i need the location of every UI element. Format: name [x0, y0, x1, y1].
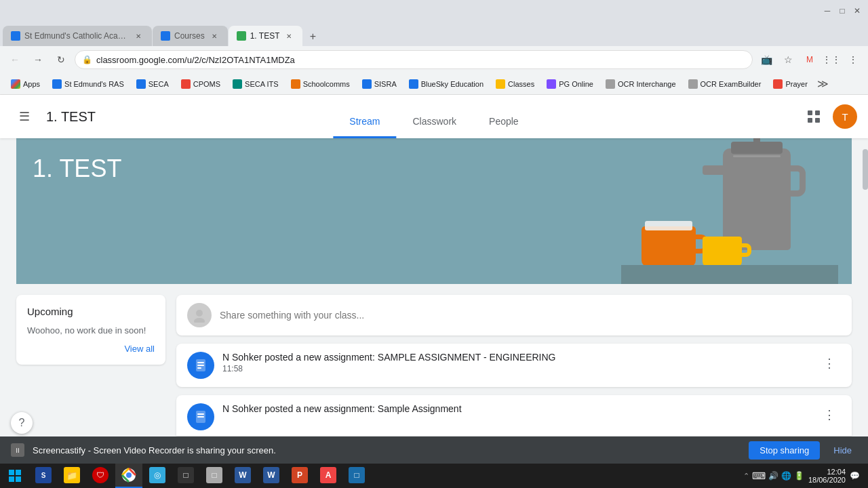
- bookmark-bluesky[interactable]: BlueSky Education: [403, 78, 489, 90]
- taskbar-app2[interactable]: □: [172, 464, 199, 488]
- forward-button[interactable]: →: [28, 50, 47, 69]
- bookmark-prayer[interactable]: Prayer: [768, 78, 812, 90]
- post-time-1: 11:58: [222, 364, 810, 373]
- taskbar-system-tray[interactable]: ⌃: [743, 472, 749, 481]
- post-card-1: N Sohker posted a new assignment: SAMPLE…: [176, 344, 852, 387]
- assignment-icon: [193, 358, 208, 373]
- stop-sharing-button[interactable]: Stop sharing: [749, 441, 820, 460]
- assignment-icon-2: [193, 409, 208, 424]
- kettle-spout: [703, 165, 724, 175]
- taskbar-clock-time: 12:04: [808, 468, 846, 476]
- bookmark-star-icon[interactable]: ☆: [778, 50, 797, 69]
- bookmark-ras-label: St Edmund's RAS: [64, 80, 124, 88]
- taskbar-security[interactable]: 🛡: [87, 464, 114, 488]
- taskbar-sims[interactable]: S: [30, 464, 57, 488]
- bookmark-cpoms-favicon: [181, 79, 191, 89]
- svg-rect-3: [815, 118, 820, 123]
- taskbar-app4[interactable]: □: [343, 464, 370, 488]
- title-bar-controls: ─ □ ✕: [822, 5, 863, 16]
- bookmark-secaits-favicon: [233, 79, 242, 89]
- gmail-icon[interactable]: M: [800, 50, 819, 69]
- bookmark-ras[interactable]: St Edmund's RAS: [47, 78, 130, 90]
- view-all-link[interactable]: View all: [27, 344, 155, 354]
- tab-stream[interactable]: Stream: [333, 106, 396, 138]
- taskbar-app3[interactable]: □: [201, 464, 228, 488]
- bookmark-schoolcomms-label: Schoolcomms: [303, 80, 350, 88]
- cast-icon[interactable]: 📺: [757, 50, 776, 69]
- bookmark-schoolcomms[interactable]: Schoolcomms: [285, 78, 355, 90]
- banner-illustration: [635, 148, 825, 284]
- tab-2[interactable]: Courses ✕: [153, 26, 228, 46]
- app2-icon: □: [178, 467, 194, 483]
- avatar[interactable]: T: [833, 104, 857, 129]
- bookmark-ocr-favicon: [606, 79, 615, 89]
- share-input[interactable]: [220, 310, 841, 321]
- bookmark-pgonline[interactable]: PG Online: [541, 78, 599, 90]
- share-avatar: [187, 303, 212, 327]
- hide-button[interactable]: Hide: [828, 441, 857, 460]
- tab-people[interactable]: People: [473, 106, 535, 138]
- tab-people-label: People: [489, 116, 519, 127]
- more-icon[interactable]: ⋮: [844, 50, 863, 69]
- scrollbar-thumb[interactable]: [863, 149, 868, 190]
- bookmark-cpoms[interactable]: CPOMS: [176, 78, 226, 90]
- bookmark-sisra[interactable]: SISRA: [357, 78, 402, 90]
- post-more-button-1[interactable]: ⋮: [818, 352, 841, 375]
- upcoming-title: Upcoming: [27, 306, 155, 317]
- google-apps-button[interactable]: [800, 103, 827, 130]
- taskbar-pdf[interactable]: A: [315, 464, 342, 488]
- taskbar-network-icon[interactable]: 🌐: [781, 471, 791, 481]
- new-tab-button[interactable]: +: [303, 27, 322, 46]
- bookmark-ocr[interactable]: OCR Interchange: [600, 78, 682, 90]
- taskbar-file-explorer[interactable]: 📁: [58, 464, 85, 488]
- taskbar-powerpoint[interactable]: P: [286, 464, 313, 488]
- bookmark-secaits[interactable]: SECA ITS: [227, 78, 284, 90]
- bookmark-seca-favicon: [136, 79, 146, 89]
- refresh-button[interactable]: ↻: [52, 50, 71, 69]
- tab-1-label: St Edmund's Catholic Academy ...: [24, 31, 129, 41]
- kettle-knob: [753, 138, 760, 143]
- scrollbar[interactable]: [863, 122, 868, 464]
- svg-rect-8: [197, 365, 204, 366]
- taskbar-app1[interactable]: ◎: [144, 464, 171, 488]
- bookmark-classes[interactable]: Classes: [490, 78, 540, 90]
- bookmark-bluesky-favicon: [409, 79, 418, 89]
- bookmarks-more-icon[interactable]: ≫: [814, 76, 831, 92]
- taskbar-chrome[interactable]: [115, 464, 142, 488]
- taskbar-clock[interactable]: 12:04 18/06/2020: [808, 468, 846, 484]
- tab-3[interactable]: 1. TEST ✕: [229, 26, 303, 46]
- svg-rect-15: [9, 476, 14, 482]
- help-button[interactable]: ?: [11, 412, 33, 434]
- taskbar-sound-icon[interactable]: 🔊: [768, 471, 778, 481]
- apps-icon[interactable]: ⋮⋮: [822, 50, 841, 69]
- bookmark-sisra-favicon: [362, 79, 372, 89]
- tab-1-close[interactable]: ✕: [133, 30, 144, 41]
- bookmark-secaits-label: SECA ITS: [245, 80, 279, 88]
- tab-1[interactable]: St Edmund's Catholic Academy ... ✕: [3, 26, 152, 46]
- back-button[interactable]: ←: [5, 50, 24, 69]
- taskbar-system-icons: ⌃ ⌨ 🔊 🌐 🔋: [743, 470, 804, 481]
- hamburger-menu-button[interactable]: ☰: [11, 103, 38, 130]
- tab-3-close[interactable]: ✕: [283, 30, 294, 41]
- taskbar-battery-icon[interactable]: 🔋: [794, 471, 804, 481]
- tab-classwork[interactable]: Classwork: [396, 106, 473, 138]
- bookmark-ocrexam[interactable]: OCR ExamBuilder: [683, 78, 767, 90]
- taskbar-word2[interactable]: W: [258, 464, 285, 488]
- taskbar-input-icon: ⌨: [752, 470, 766, 481]
- start-button[interactable]: [3, 464, 27, 488]
- notification-icon[interactable]: 💬: [850, 471, 860, 481]
- minimize-button[interactable]: ─: [822, 5, 833, 16]
- close-button[interactable]: ✕: [852, 5, 863, 16]
- taskbar-word[interactable]: W: [229, 464, 256, 488]
- address-bar[interactable]: 🔒 classroom.google.com/u/2/c/NzI2OTA1NTA…: [75, 50, 753, 69]
- svg-point-18: [126, 472, 132, 478]
- cup-yellow: [703, 237, 742, 267]
- tab-2-close[interactable]: ✕: [209, 30, 220, 41]
- lock-icon: 🔒: [82, 55, 92, 64]
- bookmark-seca[interactable]: SECA: [131, 78, 174, 90]
- svg-rect-9: [197, 367, 201, 369]
- maximize-button[interactable]: □: [837, 5, 848, 16]
- bookmark-apps[interactable]: Apps: [5, 78, 45, 90]
- post-more-button-2[interactable]: ⋮: [818, 403, 841, 426]
- user-icon: [192, 308, 207, 323]
